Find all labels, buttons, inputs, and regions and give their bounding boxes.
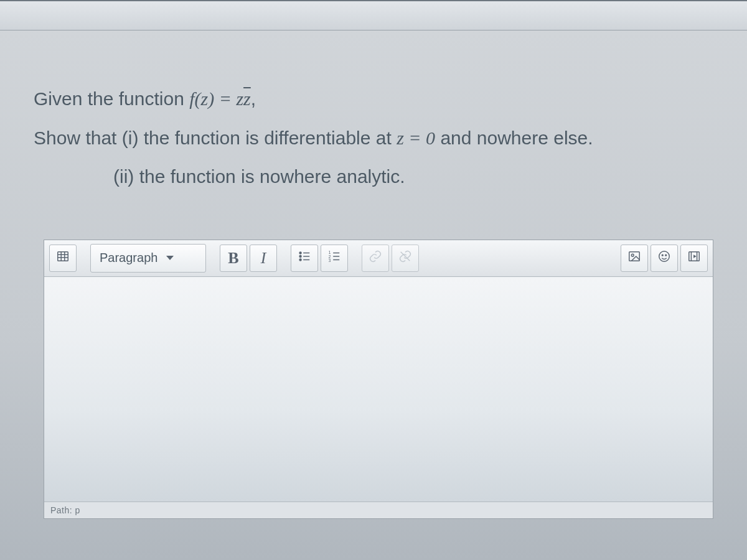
editor-status-bar: Path: p [44, 502, 713, 518]
question-line-3: (ii) the function is nowhere analytic. [34, 164, 722, 190]
unlink-icon [398, 250, 412, 267]
numbered-list-button[interactable]: 123 [321, 245, 348, 272]
svg-point-20 [659, 251, 670, 261]
bullet-list-button[interactable] [291, 245, 318, 272]
bold-button[interactable]: B [220, 245, 247, 272]
question-line-2: Show that (i) the function is differenti… [34, 126, 722, 151]
path-label: Path: p [50, 505, 80, 515]
text-part-ii: (ii) the function is nowhere analytic. [113, 166, 405, 187]
format-select[interactable]: Paragraph [90, 244, 206, 273]
svg-point-5 [299, 252, 301, 254]
math-fz: f(z) = z [189, 88, 243, 109]
chevron-down-icon [166, 256, 174, 260]
svg-text:3: 3 [329, 258, 331, 263]
link-icon [369, 250, 382, 267]
text-show-that: Show that (i) the function is differenti… [34, 128, 397, 148]
svg-point-19 [631, 254, 634, 256]
math-zbar: z [243, 88, 251, 109]
question-text: Given the function f(z) = zz, Show that … [0, 30, 747, 221]
smiley-icon [657, 250, 671, 267]
svg-point-7 [299, 259, 301, 261]
editor-content-area[interactable] [44, 277, 713, 502]
text-nowhere-else: and nowhere else. [440, 128, 593, 148]
image-button[interactable] [621, 245, 648, 272]
rich-text-editor: Paragraph B I 123 [44, 240, 713, 519]
svg-point-6 [299, 255, 301, 257]
svg-line-17 [401, 251, 410, 261]
bullet-list-icon [298, 250, 311, 267]
italic-button[interactable]: I [250, 245, 277, 272]
numbered-list-icon: 123 [327, 250, 341, 267]
question-line-1: Given the function f(z) = zz, [34, 86, 722, 112]
italic-label: I [261, 249, 266, 268]
table-icon [56, 250, 70, 267]
format-select-label: Paragraph [100, 251, 157, 265]
svg-point-22 [665, 254, 667, 256]
math-z0: z = 0 [397, 128, 435, 148]
table-button[interactable] [49, 245, 77, 272]
svg-point-21 [662, 254, 663, 256]
text-given: Given the function [34, 88, 189, 109]
image-icon [627, 250, 641, 267]
svg-rect-18 [629, 251, 640, 261]
editor-toolbar: Paragraph B I 123 [44, 240, 713, 277]
text-comma: , [251, 88, 256, 109]
window-top-strip [0, 0, 747, 30]
media-icon [687, 250, 701, 267]
svg-rect-0 [58, 251, 68, 261]
unlink-button[interactable] [392, 245, 419, 272]
bold-label: B [228, 249, 238, 268]
media-button[interactable] [680, 245, 708, 272]
screen-root: Given the function f(z) = zz, Show that … [0, 0, 747, 560]
link-button[interactable] [362, 245, 389, 272]
emoji-button[interactable] [651, 245, 678, 272]
